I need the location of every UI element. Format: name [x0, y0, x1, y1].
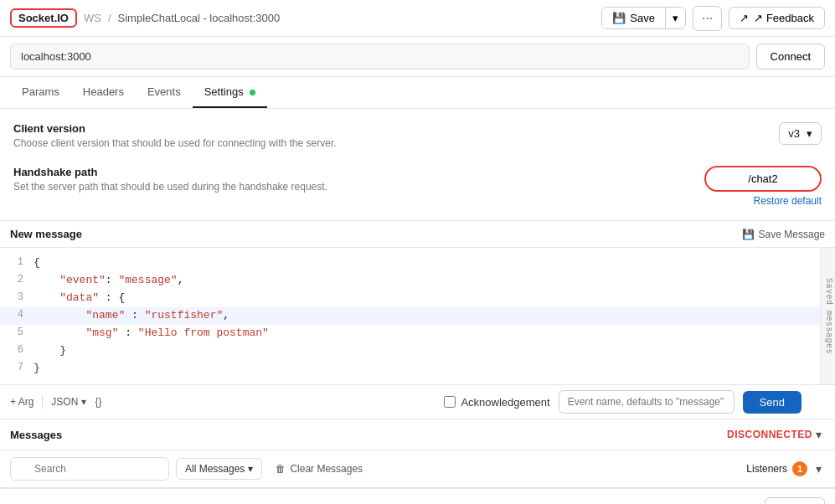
tab-headers[interactable]: Headers: [71, 77, 136, 108]
handshake-path-label: Handshake path: [13, 166, 704, 178]
save-caret-button[interactable]: ▾: [665, 8, 685, 28]
restore-button[interactable]: Restore: [765, 497, 825, 504]
listeners-count-badge: 1: [792, 461, 807, 476]
save-icon: 💾: [612, 12, 626, 24]
acknowledgement-checkbox[interactable]: [444, 396, 456, 408]
breadcrumb-sep2: /: [108, 12, 111, 24]
more-button[interactable]: ···: [693, 6, 722, 31]
feedback-button[interactable]: ↗ ↗ Feedback: [729, 7, 825, 29]
trash-icon: 🗑: [276, 463, 286, 475]
json-format-select[interactable]: JSON ▾: [51, 396, 86, 408]
code-line-7: 7 }: [0, 360, 835, 378]
version-select[interactable]: v3 ▾: [779, 122, 822, 145]
event-name-input[interactable]: [559, 390, 734, 414]
chevron-down-icon: ▾: [673, 12, 678, 24]
save-message-label: Save Message: [759, 229, 825, 240]
new-message-title: New message: [10, 228, 82, 240]
json-chevron-icon: ▾: [81, 396, 86, 408]
tab-events[interactable]: Events: [136, 77, 193, 108]
code-line-2: 2 "event": "message",: [0, 272, 835, 290]
listeners-group: Listeners 1 ▾: [746, 460, 825, 477]
breadcrumb-sep1: WS: [84, 12, 101, 24]
external-link-icon: ↗: [740, 12, 749, 24]
settings-panel: Client version Choose client version tha…: [0, 109, 835, 221]
socketio-badge[interactable]: Socket.IO: [10, 8, 77, 28]
url-bar: Connect: [0, 37, 835, 77]
url-input[interactable]: [10, 44, 750, 69]
all-messages-chevron-icon: ▾: [248, 463, 253, 475]
messages-section-header: Messages DISCONNECTED ▾: [0, 419, 835, 450]
add-arg-button[interactable]: + Arg: [10, 396, 34, 408]
new-message-header: New message 💾 Save Message: [0, 221, 835, 248]
clear-messages-label: Clear Messages: [290, 463, 363, 475]
version-value: v3: [788, 127, 800, 140]
clear-messages-button[interactable]: 🗑 Clear Messages: [269, 459, 369, 479]
code-line-6: 6 }: [0, 342, 835, 360]
save-button-group: 💾 Save ▾: [601, 7, 686, 29]
connect-button[interactable]: Connect: [756, 44, 825, 69]
client-version-desc: Choose client version that should be use…: [13, 137, 779, 149]
save-button[interactable]: 💾 Save: [602, 8, 665, 28]
all-messages-filter[interactable]: All Messages ▾: [176, 458, 262, 480]
save-label: Save: [630, 12, 655, 24]
search-input[interactable]: [10, 457, 169, 481]
save-message-button[interactable]: 💾 Save Message: [742, 229, 825, 240]
braces-button[interactable]: {}: [95, 396, 101, 408]
saved-messages-sidebar[interactable]: Saved messages: [820, 248, 835, 384]
json-label: JSON: [51, 396, 78, 408]
handshake-path-desc: Set the server path that should be used …: [13, 181, 704, 193]
all-messages-label: All Messages: [185, 463, 245, 475]
listeners-collapse-button[interactable]: ▾: [812, 460, 825, 477]
search-wrapper: 🔍: [10, 457, 169, 481]
messages-toolbar: 🔍 All Messages ▾ 🗑 Clear Messages Listen…: [0, 450, 835, 488]
listeners-label: Listeners: [746, 463, 787, 475]
acknowledgement-checkbox-label: Acknowledgement: [444, 396, 549, 409]
version-chevron-icon: ▾: [807, 127, 812, 140]
restore-default-link[interactable]: Restore default: [754, 195, 822, 207]
tab-settings[interactable]: Settings: [193, 77, 268, 108]
breadcrumb-title: SimpleChatLocal - localhost:3000: [118, 12, 281, 24]
header: Socket.IO WS / SimpleChatLocal - localho…: [0, 0, 835, 37]
handshake-path-row: Handshake path Set the server path that …: [13, 166, 822, 207]
messages-collapse-button[interactable]: ▾: [812, 426, 825, 443]
messages-title: Messages: [10, 429, 62, 441]
settings-active-dot: [250, 90, 255, 95]
code-editor[interactable]: 1 { 2 "event": "message", 3 "data" : { 4…: [0, 248, 835, 385]
tab-params[interactable]: Params: [10, 77, 71, 108]
client-version-label: Client version: [13, 122, 779, 135]
save-message-icon: 💾: [742, 229, 755, 240]
editor-toolbar: + Arg JSON ▾ {} Acknowledgement Send: [0, 385, 835, 419]
hidden-messages-bar: 👁 5 messages hidden Restore: [0, 488, 835, 504]
handshake-path-input[interactable]: [704, 166, 822, 192]
client-version-row: Client version Choose client version tha…: [13, 122, 822, 149]
code-line-5: 5 "msg" : "Hello from postman": [0, 325, 835, 342]
feedback-label: ↗ Feedback: [754, 12, 814, 24]
acknowledgement-label: Acknowledgement: [461, 396, 549, 409]
disconnected-badge: DISCONNECTED: [727, 429, 812, 440]
code-line-3: 3 "data" : {: [0, 290, 835, 307]
send-button[interactable]: Send: [743, 391, 801, 414]
code-line-1: 1 {: [0, 255, 835, 272]
tabs-bar: Params Headers Events Settings: [0, 77, 835, 109]
code-line-4: 4 "name" : "rustfisher",: [0, 307, 835, 325]
